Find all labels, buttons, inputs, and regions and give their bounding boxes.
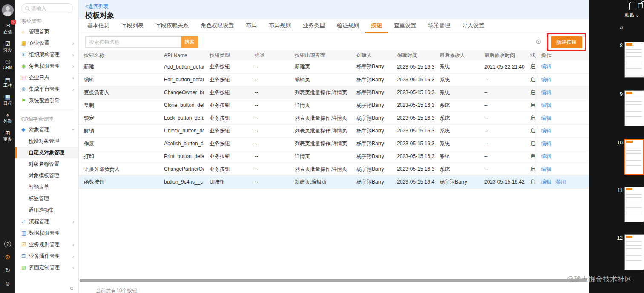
row-action-edit[interactable]: 编辑 [541, 102, 552, 108]
row-action-edit[interactable]: 编辑 [541, 141, 552, 146]
sidebar-search-input[interactable] [31, 6, 67, 11]
sidebar-search[interactable] [21, 3, 73, 13]
rail-item-chat[interactable]: ✉企信5 [3, 22, 13, 34]
search-button[interactable]: 搜索 [181, 36, 198, 48]
table-row[interactable]: 作废Abolish_button_default业务按钮--列表页批量操作,详情… [79, 137, 589, 150]
row-action-edit[interactable]: 编辑 [541, 128, 552, 134]
column-header: 描述 [250, 50, 290, 60]
tab[interactable]: 布局规则 [263, 19, 297, 33]
row-action-disable[interactable]: 禁用 [556, 179, 566, 185]
help-icon[interactable]: ? [4, 241, 11, 247]
avatar[interactable] [2, 4, 14, 16]
integration-icon: ⊕ [21, 83, 29, 95]
thumbnail[interactable] [624, 139, 644, 175]
cell-creator: 杨宇翔Barry [351, 124, 392, 137]
sidebar-item[interactable]: 对象名称设置 [15, 158, 78, 170]
thumbnail[interactable] [624, 42, 644, 78]
rail-item-work[interactable]: ▤工作 [3, 76, 13, 88]
thumbnail[interactable] [624, 234, 644, 270]
tab[interactable]: 布局 [240, 19, 263, 33]
table-row[interactable]: 函数按钮button_9c4hs__cUI按钮--新建页,编辑页杨宇翔Barry… [79, 175, 589, 188]
sidebar-item[interactable]: ▥数据权限管理 [15, 227, 78, 239]
history-icon[interactable]: ↻ [5, 267, 11, 274]
sidebar-item[interactable]: ☑业务规则管理› [15, 239, 78, 250]
row-action-edit[interactable]: 编辑 [541, 89, 552, 95]
row-action-edit[interactable]: 编辑 [541, 63, 552, 69]
tab[interactable]: 查重设置 [388, 19, 422, 33]
rail-item-crm-clock[interactable]: ◷CRM [3, 58, 13, 70]
row-action-edit[interactable]: 编辑 [541, 153, 552, 159]
table-row[interactable]: 解锁Unlock_button_default业务按钮--列表页批量操作,详情页… [79, 124, 589, 137]
thumbnail[interactable] [624, 90, 644, 126]
scrollbar-thumb[interactable] [80, 279, 587, 282]
sidebar-item-label: 管理首页 [29, 26, 49, 37]
cell-creator: 杨宇翔Barry [351, 86, 392, 99]
rail-item-more-grid[interactable]: ⊞更多 [3, 129, 13, 142]
tab[interactable]: 字段列表 [115, 19, 150, 33]
row-action-edit[interactable]: 编辑 [541, 166, 552, 172]
rail-item-todo[interactable]: ☑待办 [3, 40, 13, 52]
cell-modifier: 系统 [434, 137, 479, 150]
search-input[interactable] [85, 36, 181, 48]
tab[interactable]: 基本信息 [81, 19, 115, 33]
row-action-edit[interactable]: 编辑 [541, 115, 552, 121]
table-row[interactable]: 更换外部负责人ChangePartnerOwne...业务按钮--列表页批量操作… [79, 163, 589, 175]
sidebar-item[interactable]: ▤企业日志› [15, 72, 78, 83]
cell-where: 新建页 [290, 60, 351, 73]
rail-item-location[interactable]: ⌖外勤 [3, 112, 13, 124]
tab[interactable]: 导入设置 [456, 19, 490, 33]
panel-collapse-icon[interactable]: « [620, 24, 624, 32]
sidebar-item[interactable]: 预设对象管理 [15, 135, 78, 147]
table-row[interactable]: 更换负责人ChangeOwner_butto...业务按钮--列表页批量操作,详… [79, 86, 589, 99]
tab[interactable]: 场景管理 [422, 19, 456, 33]
cell-desc: -- [250, 175, 290, 188]
tab[interactable]: 验证规则 [331, 19, 365, 33]
cell-where: 列表页批量操作,详情页 [290, 163, 351, 175]
rail-items: ✉企信5☑待办◷CRM▤工作▦日程⌖外勤⊞更多 [3, 22, 13, 147]
rail-item-calendar[interactable]: ▦日程 [3, 94, 13, 106]
contacts-icon[interactable]: ☺ [4, 280, 11, 287]
sidebar-item[interactable]: ◆对象管理› [15, 124, 78, 135]
table-row[interactable]: 编辑Edit_button_default业务按钮--编辑页杨宇翔Barry20… [79, 73, 589, 86]
row-action-edit[interactable]: 编辑 [541, 77, 552, 83]
sidebar-item[interactable]: ⇌流程管理› [15, 216, 78, 227]
sidebar-item[interactable]: 通用选项集 [15, 204, 78, 216]
sidebar-item[interactable]: 智能表单 [15, 181, 78, 193]
display-settings-eye-icon[interactable]: ⊙ [536, 38, 541, 45]
sidebar-item[interactable]: 标签管理 [15, 193, 78, 204]
thumb-content-line [626, 63, 642, 63]
cell-desc: -- [250, 112, 290, 124]
sidebar-item[interactable]: 对象模板管理 [15, 170, 78, 181]
cell-actions: 编辑 [536, 60, 589, 73]
sidebar-collapse-icon[interactable]: « [70, 284, 73, 291]
sidebar-item[interactable]: ⊞组织架构管理› [15, 49, 78, 60]
thumbnail[interactable] [624, 187, 644, 222]
sidebar-item[interactable]: ⚑系统配置引导 [15, 95, 78, 106]
sidebar-item[interactable]: ▦企业设置› [15, 37, 78, 49]
table-row[interactable]: 新建Add_button_default业务按钮--新建页杨宇翔Barry202… [79, 60, 589, 73]
app-root: ✉企信5☑待办◷CRM▤工作▦日程⌖外勤⊞更多 ?⚙↻☺ 系统管理⌂管理首页▦企… [0, 0, 644, 293]
sidebar-item[interactable]: ⊡业务插件管理› [15, 250, 78, 262]
new-button[interactable]: 新建按钮 [551, 36, 582, 48]
tab[interactable]: 按钮 [365, 19, 388, 33]
cell-api: ChangePartnerOwne... [159, 163, 204, 175]
sidebar-item[interactable]: ◉角色权限管理› [15, 60, 78, 72]
sidebar-item[interactable]: ▧界面定制管理› [15, 262, 78, 273]
back-to-list-link[interactable]: <返回列表 [85, 3, 109, 10]
table-row[interactable]: 复制Clone_button_default业务按钮--详情页杨宇翔Barry2… [79, 99, 589, 112]
cell-name: 编辑 [79, 73, 159, 86]
sidebar-item[interactable]: ⌂管理首页 [15, 26, 78, 37]
table-row[interactable]: 打印Print_button_default业务按钮--详情页杨宇翔Barry2… [79, 150, 589, 163]
paste-button[interactable]: 粘贴 ⌄ [625, 1, 639, 18]
sidebar-item[interactable]: 自定义对象管理 [15, 147, 78, 158]
gear-icon[interactable]: ⚙ [5, 254, 10, 261]
cell-desc: -- [250, 60, 290, 73]
more-grid-icon: ⊞ [5, 129, 10, 136]
row-action-edit[interactable]: 编辑 [541, 179, 552, 185]
table-row[interactable]: 锁定Lock_button_default业务按钮--列表页批量操作,详情页杨宇… [79, 112, 589, 124]
tab[interactable]: 业务类型 [297, 19, 331, 33]
tab[interactable]: 字段依赖关系 [150, 19, 195, 33]
sidebar-item[interactable]: ⊕集成平台管理› [15, 83, 78, 95]
tab[interactable]: 角色权限设置 [195, 19, 240, 33]
cell-modifier: 系统 [434, 99, 479, 112]
